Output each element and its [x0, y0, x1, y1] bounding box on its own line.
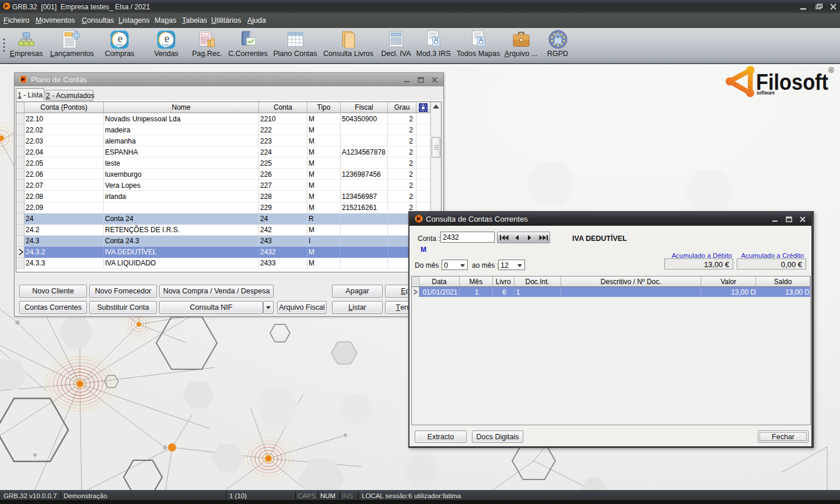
svg-text:fatura: fatura: [162, 42, 170, 46]
svg-text:fatura: fatura: [115, 42, 124, 46]
svg-text:software: software: [757, 89, 775, 96]
svg-text:®: ®: [828, 66, 834, 75]
